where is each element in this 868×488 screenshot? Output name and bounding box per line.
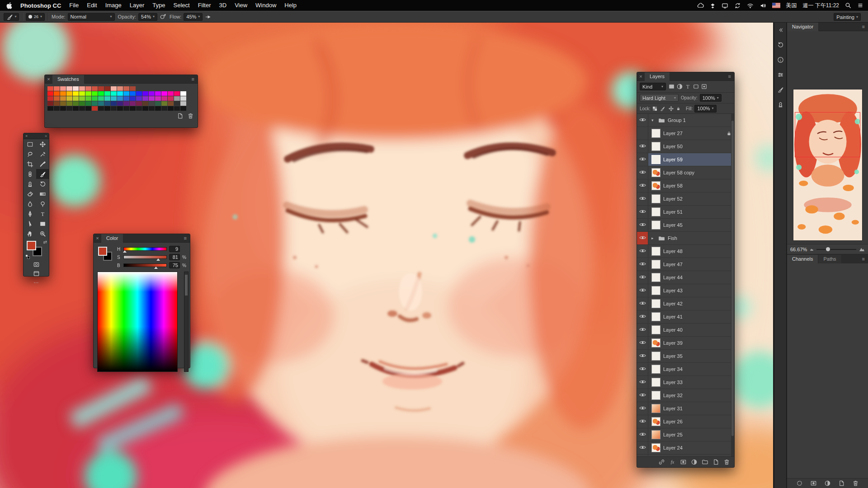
panel-close-icon[interactable]: × <box>45 75 52 84</box>
color-swatch[interactable] <box>79 96 85 101</box>
color-swatch[interactable] <box>92 91 98 96</box>
color-swatch[interactable] <box>180 96 186 101</box>
layer-group-row[interactable]: ▾Group 1 <box>637 114 734 127</box>
menu-file[interactable]: File <box>65 0 83 11</box>
layer-blend-mode-select[interactable]: Hard Light▾ <box>640 94 679 102</box>
color-swatch[interactable] <box>79 91 85 96</box>
layer-thumbnail[interactable] <box>651 391 660 400</box>
save-selection-icon[interactable] <box>810 480 817 487</box>
visibility-toggle[interactable] <box>637 415 648 428</box>
layer-styles-icon[interactable]: fx <box>669 459 676 465</box>
layer-name[interactable]: Group 1 <box>668 117 686 123</box>
opacity-input[interactable]: 54%▾ <box>138 13 157 21</box>
color-swatch[interactable] <box>60 91 66 96</box>
clone-stamp-tool[interactable] <box>24 179 36 189</box>
expand-dock-icon[interactable] <box>775 25 786 34</box>
filter-kind-dropdown[interactable]: Kind▾ <box>640 83 666 90</box>
layer-row[interactable]: Layer 31 <box>637 402 734 415</box>
menu-clock[interactable]: 週一 下午11:22 <box>803 2 839 9</box>
properties-panel-icon[interactable] <box>775 70 786 79</box>
color-swatch[interactable] <box>60 101 66 106</box>
color-swatch[interactable] <box>92 101 98 106</box>
adjustment-icon[interactable] <box>824 480 831 487</box>
notification-center-icon[interactable] <box>857 2 863 9</box>
color-swatch[interactable] <box>155 96 161 101</box>
color-swatch[interactable] <box>123 91 129 96</box>
layer-name[interactable]: Layer 25 <box>663 432 683 437</box>
brush-preset-picker[interactable]: 26 ▾ <box>26 13 45 21</box>
saturation-slider[interactable]: S 81 % <box>117 253 186 261</box>
navigator-view-box[interactable] <box>795 112 861 157</box>
shape-tool[interactable] <box>36 219 49 229</box>
color-swatch[interactable] <box>155 91 161 96</box>
color-swatch[interactable] <box>85 86 91 91</box>
visibility-toggle[interactable] <box>637 114 648 127</box>
visibility-toggle[interactable] <box>637 363 648 375</box>
color-swatch[interactable] <box>73 106 79 111</box>
crop-tool[interactable] <box>24 159 36 169</box>
color-swatch[interactable] <box>104 106 110 111</box>
layer-thumbnail[interactable] <box>651 273 660 282</box>
dropbox-icon[interactable] <box>710 3 716 9</box>
move-tool[interactable] <box>36 139 49 149</box>
color-swatch[interactable] <box>174 106 180 111</box>
color-swatch[interactable] <box>161 101 167 106</box>
filter-pixel-icon[interactable] <box>668 83 675 90</box>
color-swatch[interactable] <box>136 101 142 106</box>
layer-row[interactable]: Layer 58 copy <box>637 166 734 179</box>
menu-image[interactable]: Image <box>101 0 126 11</box>
layer-row[interactable]: Layer 47 <box>637 258 734 271</box>
color-swatch[interactable] <box>60 86 66 91</box>
color-swatch[interactable] <box>130 106 136 111</box>
layer-name[interactable]: Layer 32 <box>663 393 683 398</box>
menu-select[interactable]: Select <box>169 0 193 11</box>
navigator-zoom-slider[interactable] <box>816 249 856 250</box>
eraser-tool[interactable] <box>24 189 36 199</box>
layer-row[interactable]: Layer 43 <box>637 284 734 297</box>
layer-row[interactable]: Layer 58 <box>637 179 734 192</box>
quick-selection-tool[interactable] <box>36 149 49 159</box>
color-swatch[interactable] <box>142 101 148 106</box>
layers-scrollbar[interactable] <box>731 114 734 456</box>
layer-row[interactable]: Layer 25 <box>637 428 734 441</box>
color-swatch[interactable] <box>73 101 79 106</box>
color-swatch[interactable] <box>180 106 186 111</box>
new-swatch-icon[interactable] <box>177 113 184 119</box>
tab-paths[interactable]: Paths <box>818 255 841 263</box>
color-swatch[interactable] <box>66 91 72 96</box>
visibility-toggle[interactable] <box>637 389 648 402</box>
filter-smart-icon[interactable] <box>701 83 708 90</box>
layer-name[interactable]: Layer 48 <box>663 249 683 254</box>
color-swatch[interactable] <box>161 106 167 111</box>
color-swatch[interactable] <box>98 101 104 106</box>
color-swatch[interactable] <box>149 91 155 96</box>
visibility-toggle[interactable] <box>637 127 648 140</box>
layer-thumbnail[interactable] <box>651 404 660 413</box>
layer-name[interactable]: Layer 26 <box>663 419 683 424</box>
visibility-toggle[interactable] <box>637 166 648 179</box>
zoom-tool[interactable] <box>36 229 49 239</box>
color-swatch[interactable] <box>149 101 155 106</box>
layer-name[interactable]: Layer 50 <box>663 144 683 149</box>
cloud-icon[interactable] <box>697 2 704 9</box>
color-swatch[interactable] <box>155 106 161 111</box>
layer-thumbnail[interactable] <box>651 155 660 164</box>
clone-source-panel-icon[interactable] <box>775 100 786 109</box>
layer-row[interactable]: Layer 33 <box>637 376 734 389</box>
visibility-toggle[interactable] <box>637 455 648 456</box>
color-swatch[interactable] <box>85 106 91 111</box>
layer-row[interactable]: Layer 26 <box>637 415 734 428</box>
layer-name[interactable]: Layer 45 <box>663 222 683 228</box>
delete-layer-icon[interactable] <box>723 459 730 465</box>
airplay-icon[interactable] <box>722 2 728 9</box>
color-swatch[interactable] <box>142 106 148 111</box>
volume-icon[interactable] <box>760 2 766 9</box>
layer-row[interactable]: Layer 50 <box>637 140 734 153</box>
layer-thumbnail[interactable] <box>651 181 660 190</box>
color-swatch[interactable] <box>66 96 72 101</box>
info-panel-icon[interactable]: i <box>775 55 786 64</box>
lock-transparency-icon[interactable] <box>653 106 657 111</box>
hand-tool[interactable] <box>24 229 36 239</box>
color-swatch[interactable] <box>47 101 53 106</box>
layer-name[interactable]: Layer 34 <box>663 366 683 372</box>
